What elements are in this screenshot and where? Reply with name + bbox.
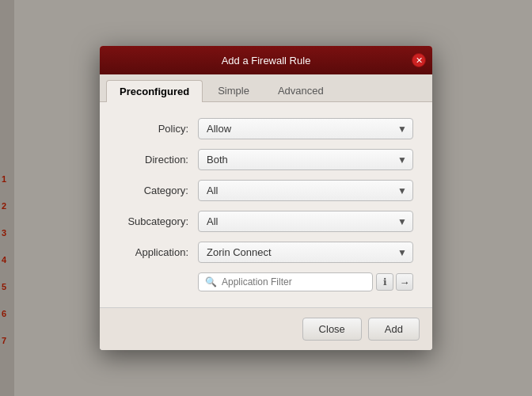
- filter-go-button[interactable]: →: [396, 273, 413, 291]
- add-firewall-rule-dialog: Add a Firewall Rule ✕ Preconfigured Simp…: [100, 46, 432, 350]
- tab-advanced[interactable]: Advanced: [264, 79, 337, 101]
- subcategory-control: All ▼: [198, 211, 413, 232]
- dialog-title: Add a Firewall Rule: [222, 55, 311, 67]
- dialog-titlebar: Add a Firewall Rule ✕: [100, 46, 432, 74]
- add-button[interactable]: Add: [368, 318, 420, 341]
- direction-select-wrapper: Both In Out ▼: [198, 149, 413, 170]
- category-control: All ▼: [198, 180, 413, 201]
- policy-label: Policy:: [119, 123, 198, 135]
- filter-info-button[interactable]: ℹ: [376, 273, 393, 291]
- application-filter-input[interactable]: [222, 276, 366, 287]
- subcategory-select-wrapper: All ▼: [198, 211, 413, 232]
- direction-control: Both In Out ▼: [198, 149, 413, 170]
- info-icon: ℹ: [383, 276, 387, 287]
- application-select-wrapper: Zorin Connect ▼: [198, 242, 413, 263]
- policy-select-wrapper: Allow Deny Reject Limit ▼: [198, 118, 413, 139]
- tab-preconfigured[interactable]: Preconfigured: [106, 80, 203, 102]
- filter-input-wrapper: 🔍: [198, 272, 373, 291]
- category-row: Category: All ▼: [119, 180, 413, 201]
- application-filter-row: 🔍 ℹ →: [198, 272, 413, 291]
- close-icon: ✕: [416, 56, 423, 65]
- direction-select[interactable]: Both In Out: [198, 149, 413, 170]
- application-row: Application: Zorin Connect ▼: [119, 242, 413, 263]
- subcategory-select[interactable]: All: [198, 211, 413, 232]
- category-label: Category:: [119, 185, 198, 196]
- dialog-footer: Close Add: [100, 307, 432, 350]
- application-control: Zorin Connect ▼: [198, 242, 413, 263]
- category-select[interactable]: All: [198, 180, 413, 201]
- search-icon: 🔍: [205, 276, 217, 287]
- policy-control: Allow Deny Reject Limit ▼: [198, 118, 413, 139]
- application-select[interactable]: Zorin Connect: [198, 242, 413, 263]
- subcategory-row: Subcategory: All ▼: [119, 211, 413, 232]
- policy-select[interactable]: Allow Deny Reject Limit: [198, 118, 413, 139]
- dialog-body: Policy: Allow Deny Reject Limit ▼ Direct…: [100, 102, 432, 307]
- tab-bar: Preconfigured Simple Advanced: [100, 74, 432, 102]
- policy-row: Policy: Allow Deny Reject Limit ▼: [119, 118, 413, 139]
- close-button[interactable]: Close: [302, 318, 362, 341]
- dialog-close-button[interactable]: ✕: [412, 53, 426, 67]
- direction-label: Direction:: [119, 154, 198, 166]
- category-select-wrapper: All ▼: [198, 180, 413, 201]
- application-label: Application:: [119, 246, 198, 258]
- go-icon: →: [400, 276, 410, 288]
- subcategory-label: Subcategory:: [119, 215, 198, 227]
- tab-simple[interactable]: Simple: [204, 79, 263, 101]
- direction-row: Direction: Both In Out ▼: [119, 149, 413, 170]
